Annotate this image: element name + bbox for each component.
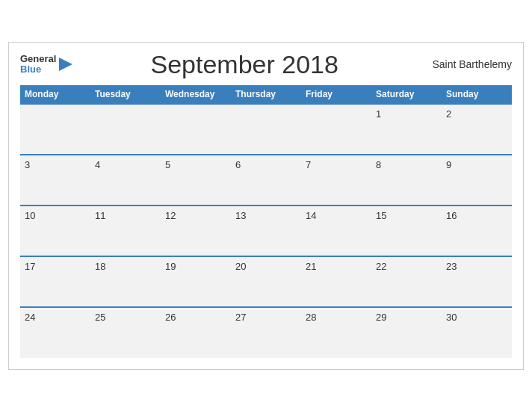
calendar-day-cell: 3	[20, 155, 90, 206]
calendar-day-cell: 4	[90, 155, 161, 206]
header-saturday: Saturday	[371, 85, 442, 104]
calendar-day-cell: 13	[231, 206, 301, 256]
calendar-day-cell: 15	[371, 206, 442, 256]
calendar-day-cell: 20	[231, 256, 301, 307]
logo: General Blue	[20, 54, 74, 75]
day-number: 24	[25, 312, 35, 323]
day-number: 12	[165, 210, 176, 221]
calendar-day-cell: 1	[371, 104, 442, 155]
calendar-day-cell: 9	[442, 155, 512, 206]
calendar-day-cell: 5	[161, 155, 231, 206]
logo-general-text: General	[20, 54, 56, 64]
day-number: 20	[235, 261, 246, 272]
calendar-day-cell: 14	[301, 206, 371, 256]
calendar-day-cell: 11	[90, 206, 161, 256]
day-number: 27	[235, 312, 246, 323]
header-wednesday: Wednesday	[161, 85, 231, 104]
calendar-title: September 2018	[74, 50, 415, 79]
day-number: 6	[235, 159, 241, 170]
day-number: 21	[306, 261, 316, 272]
day-number: 2	[446, 108, 451, 120]
logo-flag-icon	[58, 56, 74, 72]
day-number: 22	[376, 261, 386, 272]
calendar-week-row: 17181920212223	[20, 256, 512, 307]
calendar-day-cell: 17	[20, 256, 90, 307]
calendar-day-cell: 23	[442, 256, 512, 307]
calendar-day-cell	[20, 104, 90, 155]
day-number: 19	[165, 261, 176, 272]
day-number: 23	[446, 261, 457, 272]
calendar-week-row: 10111213141516	[20, 206, 512, 256]
calendar-day-cell: 25	[90, 307, 161, 358]
day-number: 17	[25, 261, 35, 272]
calendar-day-cell: 7	[301, 155, 371, 206]
day-number: 8	[376, 159, 381, 170]
day-number: 15	[376, 210, 386, 221]
calendar-region: Saint Barthelemy	[415, 58, 512, 70]
day-number: 25	[95, 312, 105, 323]
day-number: 14	[306, 210, 316, 221]
calendar-day-cell: 12	[161, 206, 231, 256]
calendar-day-cell: 28	[301, 307, 371, 358]
calendar-day-cell	[231, 104, 301, 155]
day-number: 10	[25, 210, 35, 221]
calendar-day-cell: 2	[442, 104, 512, 155]
day-number: 9	[446, 159, 451, 170]
day-number: 1	[376, 108, 381, 120]
header-monday: Monday	[20, 85, 90, 104]
calendar-day-cell: 30	[442, 307, 512, 358]
day-number: 7	[306, 159, 311, 170]
calendar-day-cell: 24	[20, 307, 90, 358]
calendar-grid: Monday Tuesday Wednesday Thursday Friday…	[20, 85, 512, 358]
calendar: General Blue September 2018 Saint Barthe…	[8, 42, 524, 370]
calendar-week-row: 12	[20, 104, 512, 155]
calendar-day-cell: 10	[20, 206, 90, 256]
header-sunday: Sunday	[442, 85, 512, 104]
weekday-header-row: Monday Tuesday Wednesday Thursday Friday…	[20, 85, 512, 104]
day-number: 26	[165, 312, 176, 323]
calendar-week-row: 3456789	[20, 155, 512, 206]
day-number: 18	[95, 261, 105, 272]
day-number: 13	[235, 210, 246, 221]
calendar-day-cell: 19	[161, 256, 231, 307]
calendar-day-cell	[161, 104, 231, 155]
calendar-body: 1234567891011121314151617181920212223242…	[20, 104, 512, 358]
day-number: 3	[25, 159, 30, 170]
header-friday: Friday	[301, 85, 371, 104]
day-number: 11	[95, 210, 105, 221]
calendar-day-cell: 29	[371, 307, 442, 358]
calendar-day-cell: 22	[371, 256, 442, 307]
calendar-week-row: 24252627282930	[20, 307, 512, 358]
day-number: 16	[446, 210, 457, 221]
day-number: 5	[165, 159, 170, 170]
calendar-day-cell: 27	[231, 307, 301, 358]
calendar-day-cell: 26	[161, 307, 231, 358]
day-number: 4	[95, 159, 100, 170]
calendar-day-cell: 18	[90, 256, 161, 307]
logo-blue-text: Blue	[20, 64, 56, 75]
svg-marker-0	[59, 58, 72, 71]
calendar-day-cell	[301, 104, 371, 155]
calendar-day-cell: 16	[442, 206, 512, 256]
header-tuesday: Tuesday	[90, 85, 161, 104]
calendar-day-cell: 21	[301, 256, 371, 307]
day-number: 28	[306, 312, 316, 323]
day-number: 30	[446, 312, 457, 323]
calendar-day-cell: 8	[371, 155, 442, 206]
calendar-day-cell	[90, 104, 161, 155]
calendar-header: General Blue September 2018 Saint Barthe…	[20, 50, 512, 79]
header-thursday: Thursday	[231, 85, 301, 104]
calendar-day-cell: 6	[231, 155, 301, 206]
day-number: 29	[376, 312, 386, 323]
